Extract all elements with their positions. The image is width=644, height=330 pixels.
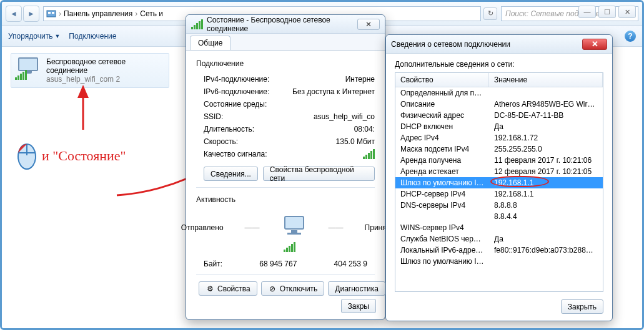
breadcrumb-separator: › bbox=[135, 9, 137, 18]
cell-property: Адрес IPv4 bbox=[395, 133, 489, 143]
svg-rect-1 bbox=[48, 12, 51, 14]
details-dialog: Сведения о сетевом подключении ✕ Дополни… bbox=[385, 34, 613, 321]
table-row[interactable]: DHCP включенДа bbox=[395, 121, 603, 132]
table-row[interactable]: Физический адресDC-85-DE-A7-11-BB bbox=[395, 110, 603, 121]
breadcrumb-separator: › bbox=[59, 9, 61, 18]
label-quality: Качество сигнала: bbox=[204, 150, 267, 158]
cell-property: Описание bbox=[395, 99, 489, 109]
cell-value: Да bbox=[489, 122, 603, 132]
back-button[interactable]: ◄ bbox=[6, 6, 22, 22]
cell-value bbox=[489, 256, 603, 266]
activity-icon bbox=[281, 215, 307, 240]
cell-value: 192.168.1.1 bbox=[489, 189, 603, 199]
adapter-name: Беспроводное сетевое bbox=[46, 57, 126, 66]
table-row[interactable]: Локальный IPv6-адрес...fe80::9176:d9eb:a… bbox=[395, 245, 603, 256]
connect-menu[interactable]: Подключение bbox=[69, 32, 116, 41]
breadcrumb-item[interactable]: Панель управления bbox=[64, 9, 132, 18]
refresh-button[interactable]: ↻ bbox=[483, 7, 497, 20]
table-row[interactable]: 8.8.4.4 bbox=[395, 211, 603, 222]
adapter-item[interactable]: Беспроводное сетевое соединение asus_hel… bbox=[11, 53, 169, 88]
column-value[interactable]: Значение bbox=[489, 73, 603, 87]
cell-property: WINS-сервер IPv4 bbox=[395, 223, 489, 233]
table-row[interactable]: ОписаниеAtheros AR9485WB-EG Wireless Net bbox=[395, 99, 603, 110]
cell-property bbox=[395, 211, 489, 221]
forward-button[interactable]: ► bbox=[23, 6, 39, 22]
close-button[interactable]: ✕ bbox=[618, 6, 636, 18]
value-speed: 135.0 Мбит bbox=[336, 137, 375, 146]
table-row[interactable]: Адрес IPv4192.168.1.72 bbox=[395, 132, 603, 143]
dialog-title: Сведения о сетевом подключении bbox=[391, 40, 578, 49]
help-icon[interactable]: ? bbox=[625, 31, 636, 42]
label-media: Состояние среды: bbox=[204, 100, 267, 109]
adapter-ssid: asus_help_wifi_com 2 bbox=[46, 75, 126, 84]
value-ssid: asus_help_wifi_co bbox=[314, 112, 375, 121]
cell-property: Маска подсети IPv4 bbox=[395, 144, 489, 154]
breadcrumb-item[interactable]: Сеть и bbox=[140, 9, 163, 18]
label-ssid: SSID: bbox=[204, 112, 223, 121]
details-heading: Дополнительные сведения о сети: bbox=[395, 60, 603, 69]
disable-button[interactable]: ⊘Отключить bbox=[261, 281, 325, 296]
cell-property: Физический адрес bbox=[395, 110, 489, 120]
value-bytes-sent: 68 945 767 bbox=[259, 260, 297, 268]
label-ipv6: IPv6-подключение: bbox=[204, 87, 269, 96]
dialog-close-button[interactable]: ✕ bbox=[357, 19, 380, 30]
cell-value: 192.168.1.1 bbox=[489, 178, 603, 188]
cell-value: DC-85-DE-A7-11-BB bbox=[489, 110, 603, 120]
cell-property: DHCP включен bbox=[395, 122, 489, 132]
svg-rect-8 bbox=[291, 230, 297, 233]
cell-value bbox=[489, 88, 603, 98]
cell-property: DNS-серверы IPv4 bbox=[395, 200, 489, 210]
cell-value bbox=[489, 223, 603, 233]
cell-property: DHCP-сервер IPv4 bbox=[395, 189, 489, 199]
value-ipv6: Без доступа к Интернет bbox=[292, 87, 375, 96]
table-row[interactable]: Шлюз по умолчанию IP...192.168.1.1 bbox=[395, 177, 603, 188]
value-bytes-recv: 404 253 9 bbox=[334, 260, 367, 268]
value-duration: 08:04: bbox=[354, 125, 375, 133]
table-row[interactable]: Служба NetBIOS через...Да bbox=[395, 233, 603, 245]
label-sent: Отправлено bbox=[181, 223, 224, 232]
table-row[interactable]: Аренда получена11 февраля 2017 г. 10:21:… bbox=[395, 155, 603, 166]
disable-icon: ⊘ bbox=[268, 284, 277, 293]
cell-value: 12 февраля 2017 г. 10:21:05 bbox=[489, 167, 603, 177]
mouse-icon bbox=[14, 139, 39, 173]
column-property[interactable]: Свойство bbox=[395, 73, 489, 87]
svg-rect-9 bbox=[287, 233, 301, 235]
signal-icon bbox=[191, 19, 203, 29]
details-button[interactable]: Сведения... bbox=[204, 167, 258, 181]
adapter-name-line2: соединение bbox=[46, 66, 126, 75]
table-row[interactable]: WINS-сервер IPv4 bbox=[395, 222, 603, 233]
table-row[interactable]: Аренда истекает12 февраля 2017 г. 10:21:… bbox=[395, 166, 603, 177]
diagnose-button[interactable]: Диагностика bbox=[328, 281, 385, 296]
close-button[interactable]: Закры bbox=[341, 299, 376, 313]
table-row[interactable]: DNS-серверы IPv48.8.8.8 bbox=[395, 200, 603, 211]
cell-property: Аренда истекает bbox=[395, 167, 489, 177]
table-row[interactable]: Шлюз по умолчанию IP... bbox=[395, 256, 603, 267]
details-table: Свойство Значение Определенный для по...… bbox=[395, 72, 603, 292]
table-row[interactable]: Маска подсети IPv4255.255.255.0 bbox=[395, 143, 603, 155]
organize-menu[interactable]: Упорядочить▼ bbox=[8, 32, 60, 41]
cell-value: 11 февраля 2017 г. 10:21:06 bbox=[489, 155, 603, 165]
cell-property: Шлюз по умолчанию IP... bbox=[395, 256, 489, 266]
cell-property: Служба NetBIOS через... bbox=[395, 234, 489, 244]
cell-value: 255.255.255.0 bbox=[489, 144, 603, 154]
group-connection: Подключение bbox=[196, 59, 375, 68]
properties-button[interactable]: ⚙Свойства bbox=[199, 281, 257, 296]
wireless-adapter-icon bbox=[15, 57, 41, 80]
minimize-button[interactable]: — bbox=[578, 6, 596, 18]
svg-rect-7 bbox=[285, 216, 304, 229]
dialog-close-button[interactable]: ✕ bbox=[582, 39, 607, 50]
table-row[interactable]: DHCP-сервер IPv4192.168.1.1 bbox=[395, 188, 603, 200]
cell-property: Определенный для по... bbox=[395, 88, 489, 98]
wireless-properties-button[interactable]: Свойства беспроводной сети bbox=[263, 167, 375, 181]
table-row[interactable]: Определенный для по... bbox=[395, 87, 603, 99]
label-duration: Длительность: bbox=[204, 125, 254, 133]
signal-icon bbox=[363, 149, 375, 159]
label-speed: Скорость: bbox=[204, 137, 238, 146]
value-ipv4: Интерне bbox=[345, 75, 375, 84]
tab-general[interactable]: Общие bbox=[190, 36, 230, 50]
close-button[interactable]: Закрыть bbox=[561, 299, 603, 314]
maximize-button[interactable]: ☐ bbox=[598, 6, 616, 18]
status-dialog: Состояние - Беспроводное сетевое соедине… bbox=[186, 14, 385, 320]
label-ipv4: IPv4-подключение: bbox=[204, 75, 269, 84]
cell-value: 8.8.8.8 bbox=[489, 200, 603, 210]
